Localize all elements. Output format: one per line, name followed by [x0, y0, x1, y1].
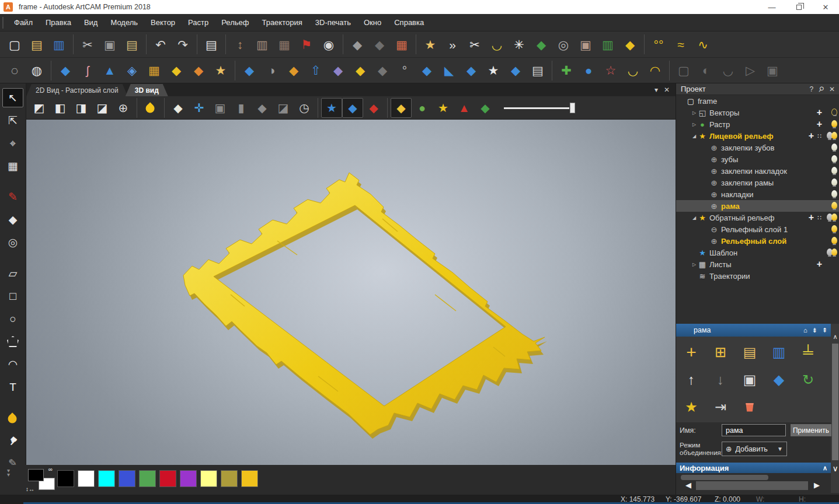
palette-swatch-0[interactable] [57, 470, 74, 487]
face-wizard-button[interactable]: ◆ [327, 60, 349, 82]
emboss-vector-button[interactable]: ◆ [619, 33, 641, 55]
smooth-relief-button[interactable]: ◆ [238, 60, 260, 82]
create-polyline-button[interactable]: ▱ [2, 264, 23, 283]
node-pair-button[interactable]: ° [394, 60, 416, 82]
mirror-relief-button[interactable]: ◑ [260, 60, 283, 82]
spin-disabled-button[interactable]: ▷ [739, 60, 761, 82]
notes-button[interactable]: ▤ [200, 33, 222, 55]
pin-icon[interactable]: ⚲ [817, 84, 826, 93]
crystal-shape-button[interactable]: ◈ [121, 60, 143, 82]
tree-item-plates[interactable]: ⊕накладки [676, 188, 839, 200]
palette-swatch-9[interactable] [241, 470, 258, 487]
swatch-grid-button[interactable]: ▦ [273, 33, 295, 55]
create-polygon-button[interactable] [2, 332, 23, 351]
add-icon[interactable]: + [817, 120, 822, 129]
zoom-select-button[interactable]: ◌ [4, 60, 26, 82]
gray-relief-button[interactable]: ◆ [371, 60, 394, 82]
set-model-size-button[interactable]: ↕ [229, 33, 251, 55]
star-ball-button[interactable]: ★ [482, 60, 504, 82]
primary-secondary-colors[interactable]: ↕↔ ∞ [28, 469, 56, 490]
scroll-up-icon[interactable]: ∧ [831, 333, 839, 341]
visibility-bulb-icon[interactable] [826, 155, 837, 163]
relief-clipart-button[interactable]: ★ [210, 60, 232, 82]
tab-close-icon[interactable]: ✕ [664, 86, 670, 94]
pick-color-button[interactable]: ☛ [2, 431, 23, 450]
visibility-bulb-icon[interactable] [826, 108, 837, 117]
palette-swatch-5[interactable] [159, 470, 176, 487]
apply-button[interactable]: Применить [791, 424, 831, 436]
collapse-icon[interactable]: ∧ [823, 464, 827, 471]
add-icon[interactable]: + [817, 260, 822, 269]
export-layer-button[interactable]: ▥ [767, 341, 791, 363]
menu-9[interactable]: Окно [357, 14, 388, 31]
measure-button[interactable]: ◎ [2, 233, 23, 252]
zoom-in-view-button[interactable]: ⊕ [113, 98, 134, 118]
transform-button[interactable]: ⌖ [2, 134, 23, 153]
tab-overflow-icon[interactable]: ▾ [655, 86, 658, 94]
menu-6[interactable]: Рельеф [215, 14, 255, 31]
texture-relief-button[interactable]: ◆ [283, 60, 305, 82]
pyramid-rgb-button[interactable]: ▲ [454, 98, 475, 118]
tab-3d-view[interactable]: 3D вид [126, 84, 168, 96]
zoom-object-button[interactable]: ◍ [26, 60, 48, 82]
menu-5[interactable]: Растр [182, 14, 215, 31]
copy-button[interactable]: ▣ [99, 33, 121, 55]
relief-shape-button[interactable]: ◆ [54, 60, 76, 82]
scroll-right-icon[interactable]: ▶ [814, 481, 820, 489]
frame-model-surface[interactable] [183, 173, 545, 435]
visibility-bulb-icon[interactable] [826, 225, 837, 233]
visibility-bulb-icon[interactable] [826, 178, 837, 187]
relief-layer-gold-button[interactable]: ◆ [165, 60, 187, 82]
palette-swatch-7[interactable] [200, 470, 217, 487]
sketch-star-button[interactable]: ☆ [600, 60, 622, 82]
nesting-button[interactable]: ▣ [575, 33, 597, 55]
star-overlay-button[interactable]: ★ [321, 98, 342, 118]
collapse-down-icon[interactable]: ⇟ [812, 327, 817, 334]
slider-handle[interactable] [570, 103, 575, 113]
name-input[interactable] [722, 424, 786, 436]
dome-relief-button[interactable]: ◆ [349, 60, 371, 82]
info-panel-header[interactable]: Информация ∧ [676, 463, 831, 473]
cylinder-disabled-button[interactable]: ▮ [231, 98, 252, 118]
import-layer-button[interactable]: ▤ [738, 341, 761, 363]
panel-vertical-scrollbar[interactable]: ∧ ∨ [831, 324, 839, 493]
duplicate-layer-button[interactable]: ▣ [738, 369, 761, 391]
distort-grid-button[interactable]: ▦ [2, 156, 23, 176]
close-panel-icon[interactable]: ✕ [829, 85, 835, 93]
bridge-vectors-button[interactable]: ▥ [597, 33, 619, 55]
erase-button[interactable]: ◆ [2, 210, 23, 229]
view-iso-2-button[interactable]: ◨ [71, 98, 92, 118]
prism-relief-button[interactable]: ◆ [460, 60, 482, 82]
new-model-button[interactable]: ▢ [4, 33, 26, 55]
paste-button[interactable]: ▤ [121, 33, 143, 55]
create-text-button[interactable]: T [2, 377, 23, 397]
flood-fill-vector-button[interactable]: ◆ [346, 33, 368, 55]
tree-item-front-relief[interactable]: ◢★Лицевой рельеф+∷ [676, 130, 839, 142]
info-scroll-thumb[interactable] [681, 475, 768, 480]
expander-icon[interactable]: ▷ [691, 122, 697, 127]
offset-vector-button[interactable]: ◆ [530, 33, 552, 55]
redo-button[interactable]: ↷ [172, 33, 194, 55]
restore-button[interactable] [785, 0, 812, 14]
create-rectangle-button[interactable]: □ [2, 286, 23, 306]
layer-to-vector-button[interactable]: ↻ [796, 369, 820, 391]
close-button[interactable]: ✕ [812, 0, 839, 14]
shape-strength-slider[interactable] [504, 103, 575, 113]
collapse-up-icon[interactable]: ⇞ [822, 327, 827, 334]
combine-mode-select[interactable]: ⊕ Добавить ▼ [722, 442, 787, 456]
link-colors-icon[interactable]: ∞ [48, 466, 53, 473]
drive-curve-button[interactable]: ◡ [622, 60, 644, 82]
menu-7[interactable]: Траектория [255, 14, 308, 31]
palette-swatch-2[interactable] [98, 470, 115, 487]
tree-item-vectors[interactable]: ▷◱Векторы+ [676, 107, 839, 118]
view-iso-1-button[interactable]: ◧ [50, 98, 71, 118]
palette-swatch-8[interactable] [221, 470, 238, 487]
add-icon[interactable]: + [809, 213, 814, 222]
two-rail-sweep-button[interactable]: ◠ [644, 60, 666, 82]
texture-flame-button[interactable]: ◆ [187, 60, 210, 82]
menu-4[interactable]: Вектор [144, 14, 182, 31]
node-path-button[interactable]: ∿ [692, 33, 714, 55]
visibility-bulb-icon[interactable] [826, 237, 837, 245]
light-material-button[interactable]: ⚑ [295, 33, 318, 55]
visibility-bulb-icon[interactable] [826, 190, 837, 198]
